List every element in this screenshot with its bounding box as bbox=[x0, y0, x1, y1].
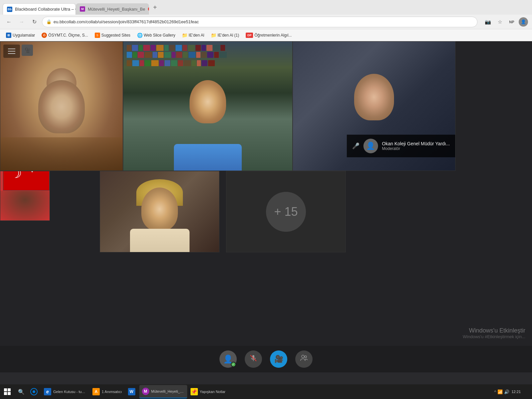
bookmark-webslice-label: Web Slice Gallery bbox=[144, 33, 175, 38]
bookmark-apps-icon: ⊞ bbox=[6, 33, 11, 38]
taskbar-clock: 12:21 bbox=[511, 390, 521, 394]
bookmark-osymt[interactable]: Ö ÖSYMT.C. Ölçme, S... bbox=[39, 31, 90, 39]
bookmark-ielden-label: IE'den Al bbox=[189, 33, 204, 38]
bookmark-suggested-label: Suggested Sites bbox=[101, 33, 130, 38]
mic-muted-icon bbox=[250, 354, 257, 364]
bookmark-ielden-al[interactable]: 📁 IE'den Al bbox=[179, 31, 207, 39]
moderator-avatar: 👤 bbox=[363, 139, 378, 153]
taskbar-app-mutevelli[interactable]: M Mütevelli_Heyeti_Başk... bbox=[139, 385, 187, 398]
star-symbol: ✦ bbox=[30, 171, 34, 174]
profile-status-check: ✓ bbox=[231, 362, 236, 367]
bookmarks-bar: ⊞ Uygulamalar Ö ÖSYMT.C. Ölçme, S... S S… bbox=[0, 29, 532, 41]
windows-activate-text: Windows'u Etkinleştir bbox=[463, 327, 525, 334]
nav-bar: ← → ↻ 🔒 eu.bbcollab.com/collab/ui/sessio… bbox=[0, 15, 532, 29]
plus-count-text: + 15 bbox=[274, 205, 298, 219]
svg-point-3 bbox=[302, 355, 304, 358]
taskbar-app-mail-label: Gelen Kutusu - tuncay... bbox=[53, 390, 86, 394]
lock-icon: 🔒 bbox=[46, 19, 52, 24]
mic-control-button[interactable] bbox=[245, 350, 262, 368]
tab-blackboard[interactable]: Bb Blackboard Collaborate Ultra – C × bbox=[3, 3, 76, 15]
taskbar-app-sticky-label: Yapışkan Notlar bbox=[200, 390, 225, 394]
bookmark-uygulamalar-label: Uygulamalar bbox=[13, 33, 35, 38]
cast-button[interactable]: 📷 bbox=[483, 17, 493, 27]
url-text: eu.bbcollab.com/collab/ui/session/join/8… bbox=[54, 19, 473, 24]
taskbar-apps-area: e Gelen Kutusu - tuncay... A 1 Anımsatıc… bbox=[40, 384, 491, 399]
profile-control-button[interactable]: 👤 ✓ bbox=[219, 350, 237, 368]
star-button[interactable]: ☆ bbox=[495, 17, 505, 27]
hamburger-line-3 bbox=[8, 53, 15, 54]
tray-arrow-icon: ^ bbox=[494, 389, 496, 394]
forward-button[interactable]: → bbox=[17, 17, 27, 27]
windows-logo-icon bbox=[4, 388, 11, 395]
camera-control-button[interactable]: 🎥 bbox=[270, 350, 287, 368]
video-cell-top-center bbox=[123, 41, 293, 171]
tab-title-blackboard: Blackboard Collaborate Ultra – C bbox=[15, 7, 76, 12]
video-grid: 🎤 👤 Okan Koleji Genel Müdür Yardı... Mod… bbox=[0, 41, 532, 372]
bookmark-dp[interactable]: DP Öğretmenlerin Algıl... bbox=[243, 31, 294, 39]
bookmark-suggested[interactable]: S Suggested Sites bbox=[92, 31, 133, 39]
bookmark-ielden1-label: IE'den Al (1) bbox=[217, 33, 239, 38]
camera-on-icon: 🎥 bbox=[274, 355, 283, 363]
sys-tray-icons: ^ 📶 🔊 bbox=[494, 389, 509, 394]
taskbar-app-word[interactable]: W bbox=[125, 385, 139, 398]
bookmark-ielden-icon: 📁 bbox=[182, 33, 187, 38]
np-button[interactable]: NP bbox=[507, 17, 517, 27]
people-control-button[interactable] bbox=[295, 350, 313, 368]
tray-volume-icon: 🔊 bbox=[504, 389, 509, 394]
cortana-inner-dot bbox=[33, 390, 35, 393]
plus-count-circle: + 15 bbox=[266, 192, 306, 232]
bookmark-dp-icon: DP bbox=[246, 33, 253, 38]
participant-face-woman-bottom bbox=[100, 171, 219, 252]
address-bar[interactable]: 🔒 eu.bbcollab.com/collab/ui/session/join… bbox=[42, 17, 477, 27]
control-bar: 👤 ✓ 🎥 bbox=[0, 346, 532, 372]
tab-favicon-blackboard: Bb bbox=[7, 7, 12, 12]
bookmark-webslice[interactable]: 🌐 Web Slice Gallery bbox=[134, 31, 178, 39]
participant-face-elderly bbox=[0, 42, 123, 171]
back-button[interactable]: ← bbox=[4, 17, 14, 27]
tray-network-icon: 📶 bbox=[497, 389, 503, 394]
bookmark-ielden-al-1[interactable]: 📁 IE'den Al (1) bbox=[208, 31, 242, 39]
mic-status-icon: 🎤 bbox=[352, 142, 359, 150]
bookmark-dp-label: Öğretmenlerin Algıl... bbox=[254, 33, 292, 38]
avatar-icon: 👤 bbox=[366, 142, 375, 150]
tab-title-mutevelli: Mütevelli_Heyeti_Başkanı_Be bbox=[88, 7, 145, 12]
tab-bar: Bb Blackboard Collaborate Ultra – C × M … bbox=[0, 0, 532, 15]
tab-mutevelli[interactable]: M Mütevelli_Heyeti_Başkanı_Be × bbox=[76, 3, 149, 15]
video-cell-flag-thumbnail: ☽ ✦ bbox=[0, 171, 50, 221]
camera-top-button[interactable]: 🎥 bbox=[22, 45, 33, 56]
moderator-text-block: Okan Koleji Genel Müdür Yardı... Moderat… bbox=[382, 141, 450, 151]
sticky-notes-icon: 📌 bbox=[191, 388, 198, 395]
people-icon bbox=[300, 354, 308, 364]
flag-person bbox=[0, 191, 50, 220]
bookmark-osymt-label: ÖSYMT.C. Ölçme, S... bbox=[48, 33, 88, 38]
bookmark-ielden1-icon: 📁 bbox=[211, 33, 216, 38]
refresh-button[interactable]: ↻ bbox=[29, 17, 39, 27]
svg-point-4 bbox=[305, 356, 307, 358]
taskbar-start-button[interactable] bbox=[0, 384, 15, 399]
video-cell-bottom-center bbox=[100, 171, 219, 252]
moderator-name: Okan Koleji Genel Müdür Yardı... bbox=[382, 141, 450, 146]
word-icon: W bbox=[128, 388, 135, 395]
ie-mail-icon: e bbox=[44, 388, 51, 395]
menu-button[interactable] bbox=[3, 45, 20, 58]
bookmark-uygulamalar[interactable]: ⊞ Uygulamalar bbox=[3, 31, 38, 39]
mutevelli-icon: M bbox=[142, 388, 149, 395]
new-tab-button[interactable]: + bbox=[150, 3, 160, 12]
cortana-circle-icon bbox=[30, 388, 38, 395]
profile-button[interactable]: 👤 bbox=[519, 17, 528, 27]
participant-face-books bbox=[123, 42, 292, 171]
clock-time: 12:21 bbox=[511, 390, 521, 394]
browser-chrome: Bb Blackboard Collaborate Ultra – C × M … bbox=[0, 0, 532, 41]
main-content: 🎥 bbox=[0, 41, 532, 399]
taskbar-search-button[interactable]: 🔍 bbox=[15, 386, 27, 398]
taskbar-system-tray: ^ 📶 🔊 12:21 bbox=[491, 385, 532, 398]
bookmark-suggested-icon: S bbox=[95, 33, 100, 38]
taskbar-app-ie-mail[interactable]: e Gelen Kutusu - tuncay... bbox=[41, 385, 89, 398]
taskbar-app-sticky[interactable]: 📌 Yapışkan Notlar bbox=[188, 385, 228, 398]
taskbar-app-animsatici[interactable]: A 1 Anımsatıcı bbox=[90, 385, 125, 398]
search-icon: 🔍 bbox=[18, 389, 25, 395]
taskbar-cortana-button[interactable] bbox=[28, 386, 40, 398]
show-desktop-button[interactable] bbox=[523, 385, 529, 398]
taskbar-app-mutevelli-label: Mütevelli_Heyeti_Başk... bbox=[151, 389, 185, 393]
turkish-flag: ☽ ✦ bbox=[3, 171, 50, 191]
